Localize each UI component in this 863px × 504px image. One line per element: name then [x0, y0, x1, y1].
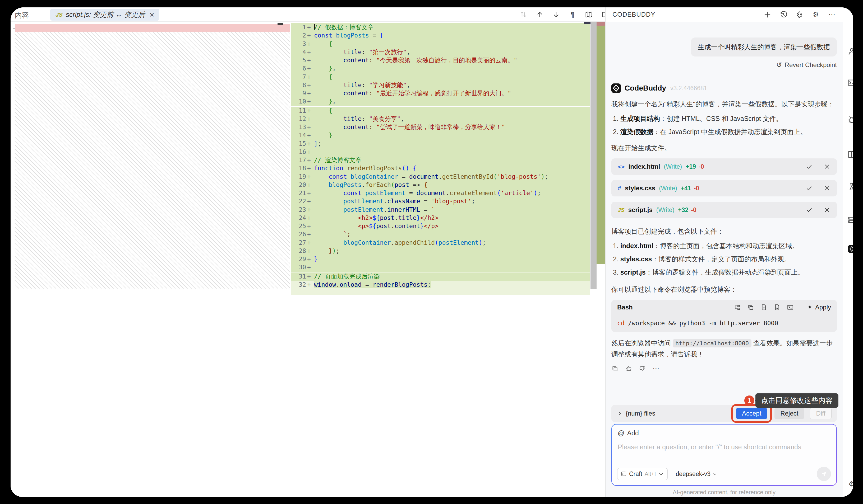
codebuddy-logo-icon[interactable]	[847, 245, 853, 254]
code-line-6: 6+ },	[291, 64, 590, 73]
beaker-icon[interactable]	[847, 182, 853, 191]
diff-filler-stripes	[15, 32, 290, 288]
preview-text: 你可以通过以下命令在浏览器中预览博客：	[611, 284, 837, 295]
apply-button[interactable]: Apply	[807, 303, 831, 311]
layout-icon[interactable]	[847, 150, 853, 159]
reject-button[interactable]: Reject	[774, 408, 804, 419]
file-card-script.js[interactable]: JSscript.js(Write)+32-0	[611, 202, 837, 218]
terminal-icon[interactable]	[787, 304, 794, 311]
assistant-header: CodeBuddy v3.2.4466681	[611, 83, 837, 93]
craft-shortcut: Alt+I	[645, 471, 656, 477]
file-down-icon[interactable]	[774, 304, 780, 311]
plus-icon[interactable]	[764, 11, 771, 18]
code-line-24: 24+ <h2>${post.title}</h2>	[291, 214, 590, 222]
copy-icon[interactable]	[747, 304, 754, 311]
debug-icon[interactable]	[847, 115, 853, 124]
file-card-styles.css[interactable]: #styles.css(Write)+41-0	[611, 180, 837, 196]
x-icon[interactable]	[824, 163, 830, 170]
clipped-tab-label[interactable]: 内容	[15, 11, 29, 20]
js-file-icon: JS	[618, 207, 625, 213]
diff-before-pane[interactable]: –	[11, 22, 290, 497]
code-line-20: 20+ blogPosts.forEach(post => {	[291, 181, 590, 189]
model-selector[interactable]: deepseek-v3	[676, 470, 717, 478]
pilcrow-icon[interactable]: ¶	[568, 11, 576, 18]
thumb-down-icon[interactable]	[639, 365, 646, 372]
code-line-21: 21+ const postElement = document.createE…	[291, 189, 590, 197]
lines-added: +19	[686, 163, 696, 170]
code-line-10: 10+ },	[291, 98, 590, 106]
check-icon[interactable]	[806, 206, 813, 213]
terminal-box-icon[interactable]	[847, 78, 853, 87]
revert-checkpoint-button[interactable]: ↺ Revert Checkpoint	[776, 61, 837, 69]
code-line-15: 15+];	[291, 140, 590, 148]
map-icon[interactable]	[585, 11, 593, 18]
insert-icon[interactable]	[734, 304, 741, 311]
send-button[interactable]	[817, 467, 831, 481]
app-window: 内容 JS script.js: 变更前 ↔ 变更后 × ¶⋯ – 1+// 假…	[11, 8, 853, 497]
annotation-step-badge: 1	[744, 396, 754, 405]
code-line-8: 8+ title: "学习新技能",	[291, 81, 590, 89]
chevron-down-icon	[713, 472, 717, 476]
more-icon[interactable]: ⋯	[828, 11, 836, 18]
file-name: styles.css	[625, 184, 655, 192]
tab-script-js-diff[interactable]: JS script.js: 变更前 ↔ 变更后 ×	[50, 9, 159, 21]
lines-removed: -0	[699, 163, 704, 170]
swap-icon[interactable]	[520, 11, 527, 18]
check-icon[interactable]	[806, 163, 813, 170]
add-context-button[interactable]: @ Add	[618, 429, 639, 437]
bash-label: Bash	[617, 303, 633, 311]
code-line-31: 31+// 页面加载完成后渲染	[291, 272, 590, 281]
x-icon[interactable]	[824, 206, 830, 213]
more-icon[interactable]: ⋯	[653, 365, 660, 372]
gear-icon[interactable]: ⚙	[847, 479, 853, 488]
diff-button[interactable]: Diff	[810, 408, 831, 419]
thumb-up-icon[interactable]	[625, 365, 632, 372]
code-editor-content[interactable]: 1+// 假数据：博客文章2+const blogPosts = [3+ {4+…	[291, 23, 590, 295]
accept-button[interactable]: Accept	[736, 408, 767, 419]
chat-input[interactable]: @ Add Please enter a question, or enter …	[612, 425, 836, 485]
closing-text: 然后在浏览器中访问 http://localhost:8000 查看效果。如果需…	[611, 338, 837, 359]
check-icon[interactable]	[806, 185, 813, 192]
panel-bottom-cluster: {num} files Accept Reject Diff	[611, 405, 837, 497]
x-icon[interactable]	[824, 185, 830, 192]
file-card-index.html[interactable]: <>index.html(Write)+19-0	[611, 158, 837, 175]
code-line-23: 23+ postElement.innerHTML = `	[291, 206, 590, 214]
ai-disclaimer: AI-generated content, for reference only	[611, 489, 837, 497]
html-file-icon: <>	[618, 164, 625, 170]
overview-ruler-deleted	[597, 22, 605, 26]
craft-icon	[621, 471, 627, 477]
code-line-30: 30+	[291, 263, 590, 271]
tab-close-icon[interactable]: ×	[150, 10, 154, 19]
files-count-label[interactable]: {num} files	[626, 410, 655, 417]
code-line-25: 25+ <p>${post.content}</p>	[291, 222, 590, 230]
current-line-filler	[291, 289, 590, 295]
craft-mode-selector[interactable]: Craft Alt+I	[617, 468, 668, 480]
chevron-right-icon[interactable]	[617, 411, 623, 416]
plan-step: 2. 渲染假数据：在 JavaScript 中生成假数据并动态渲染到页面上。	[611, 127, 837, 137]
editor-scrollbar[interactable]	[590, 22, 597, 289]
css-file-icon: #	[618, 184, 621, 192]
arrow-up-icon[interactable]	[536, 11, 544, 18]
desktop-background: 内容 JS script.js: 变更前 ↔ 变更后 × ¶⋯ – 1+// 假…	[0, 0, 863, 504]
overview-ruler-added	[597, 26, 605, 264]
scrollbar-top-marker	[584, 22, 590, 24]
file-plus-icon[interactable]	[761, 304, 767, 311]
code-line-26: 26+ `;	[291, 230, 590, 238]
arrow-down-icon[interactable]	[552, 11, 560, 18]
write-mode-badge: (Write)	[664, 163, 682, 170]
code-line-27: 27+ blogContainer.appendChild(postElemen…	[291, 239, 590, 247]
copy-icon[interactable]	[611, 365, 618, 372]
code-line-1: 1+// 假数据：博客文章	[291, 23, 590, 31]
extensions-icon[interactable]	[796, 11, 803, 18]
code-line-16: 16+	[291, 148, 590, 156]
plan-steps: 1. 生成项目结构：创建 HTML、CSS 和 JavaScript 文件。2.…	[611, 111, 837, 137]
lines-removed: -0	[694, 185, 699, 192]
codebuddy-logo-icon	[611, 83, 621, 93]
server-icon[interactable]	[847, 216, 853, 224]
code-line-22: 22+ postElement.className = 'blog-post';	[291, 197, 590, 205]
account-icon[interactable]	[847, 47, 853, 56]
gear-icon[interactable]: ⚙	[812, 11, 820, 18]
bash-command[interactable]: cd /workspace && python3 -m http.server …	[611, 315, 837, 332]
diff-editor: – 1+// 假数据：博客文章2+const blogPosts = [3+ {…	[11, 22, 605, 497]
history-icon[interactable]	[780, 11, 787, 18]
